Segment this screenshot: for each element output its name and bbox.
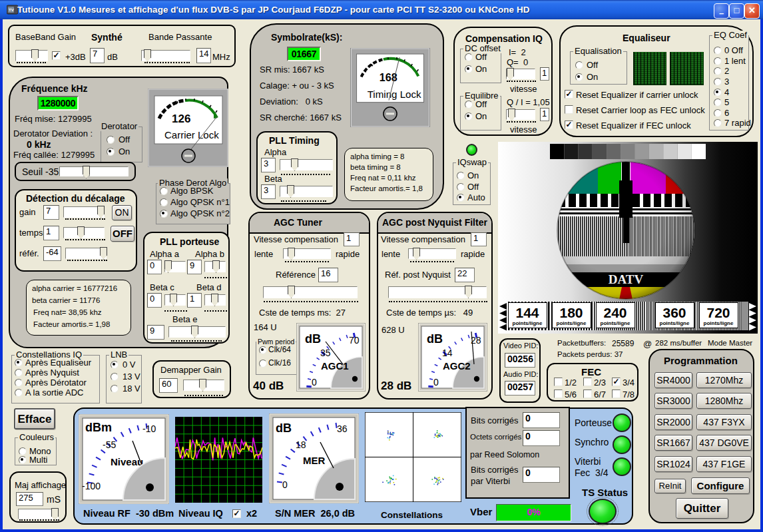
svg-text:points/ligne: points/ligne: [557, 320, 587, 326]
svg-text:70: 70: [349, 335, 360, 346]
svg-text:dB: dB: [427, 332, 443, 346]
svg-text:360: 360: [662, 305, 686, 320]
svg-text:36: 36: [337, 423, 348, 434]
svg-text:0: 0: [312, 377, 317, 388]
svg-text:Timing Lock: Timing Lock: [368, 89, 421, 100]
svg-text:points/ligne: points/ligne: [704, 320, 734, 326]
svg-text:-55: -55: [103, 439, 116, 450]
svg-text:dB: dB: [305, 332, 321, 346]
svg-text:Niveau: Niveau: [111, 456, 143, 467]
svg-text:TV: TV: [9, 8, 14, 12]
svg-text:-100: -100: [82, 481, 101, 491]
svg-text:-10: -10: [142, 423, 156, 434]
svg-text:dBm: dBm: [85, 421, 112, 434]
svg-text:0: 0: [282, 479, 288, 490]
svg-text:points/ligne: points/ligne: [513, 320, 543, 326]
svg-text:180: 180: [559, 305, 583, 320]
svg-text:Carrier Lock: Carrier Lock: [164, 129, 219, 140]
svg-text:720: 720: [706, 305, 730, 320]
svg-text:points/ligne: points/ligne: [660, 320, 690, 326]
svg-text:14: 14: [442, 348, 453, 358]
svg-text:144: 144: [515, 305, 539, 320]
svg-text:0: 0: [433, 377, 439, 388]
svg-text:MER: MER: [303, 455, 326, 466]
svg-text:126: 126: [172, 113, 190, 125]
svg-text:240: 240: [603, 305, 627, 320]
svg-text:points/ligne: points/ligne: [601, 320, 631, 326]
svg-text:AGC2: AGC2: [443, 360, 471, 372]
svg-text:dB: dB: [276, 421, 292, 435]
svg-text:35: 35: [320, 348, 331, 358]
svg-text:18: 18: [296, 439, 306, 450]
svg-text:AGC1: AGC1: [321, 360, 349, 372]
